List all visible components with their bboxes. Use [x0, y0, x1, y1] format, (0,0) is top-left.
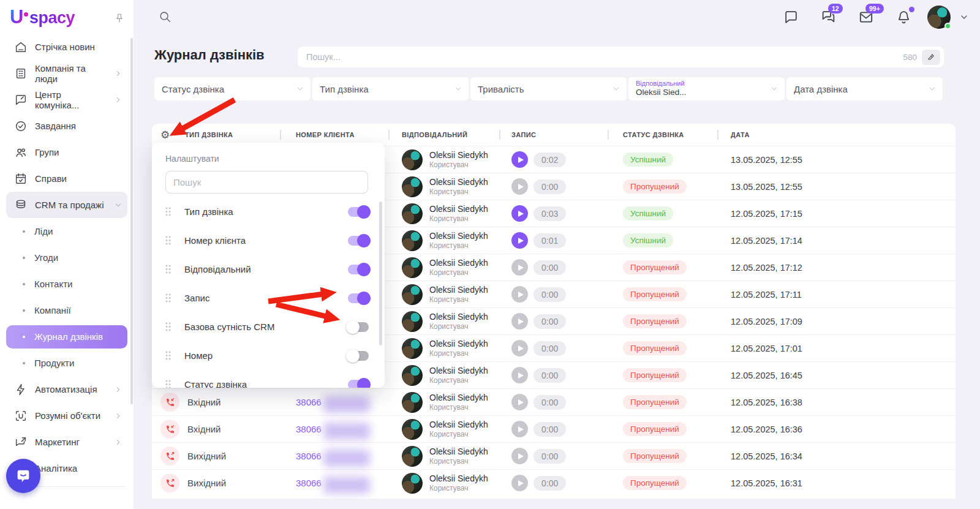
column-toggle-switch[interactable]	[348, 236, 369, 246]
filter-3[interactable]: Відповідальний Oleksii Sied...	[628, 77, 785, 100]
sidebar-item-4[interactable]: Групи	[6, 139, 127, 165]
sidebar-item-2[interactable]: Центр комуніка...	[6, 86, 127, 113]
filter-label: Відповідальний	[636, 80, 687, 88]
sidebar-subitem-11[interactable]: Журнал дзвінків	[6, 325, 127, 349]
play-recording-button[interactable]	[511, 340, 528, 356]
bell-icon[interactable]	[896, 9, 911, 25]
column-header-4[interactable]: СТАТУС ДЗВІНКА	[608, 124, 717, 146]
responsible-role: Користувач	[429, 214, 488, 224]
play-recording-button[interactable]	[511, 286, 528, 303]
column-toggle-switch[interactable]	[348, 351, 369, 361]
client-number-link[interactable]: 38066	[296, 451, 322, 461]
table-row[interactable]: Вихідний 38066 Oleksii Siedykh Користува…	[152, 469, 956, 496]
mail-icon[interactable]: 99+	[858, 9, 874, 25]
sidebar-item-15[interactable]: Маркетинг	[6, 429, 127, 455]
sidebar-item-label: Справи	[35, 173, 67, 184]
user-avatar[interactable]	[927, 6, 951, 29]
sidebar-item-14[interactable]: Розумні об'єкти	[6, 402, 127, 429]
chats-icon[interactable]: 12	[821, 9, 836, 25]
play-recording-button[interactable]	[511, 367, 528, 383]
play-recording-button[interactable]	[511, 421, 528, 437]
sidebar-item-6[interactable]: CRM та продажі	[6, 192, 127, 218]
sidebar-subitem-7[interactable]: Ліди	[6, 218, 127, 244]
column-toggle-switch[interactable]	[348, 322, 369, 332]
call-date: 12.05.2025, 17:12	[731, 263, 802, 273]
drag-handle-icon[interactable]	[165, 265, 171, 274]
drag-handle-icon[interactable]	[165, 322, 171, 331]
comment-icon[interactable]	[783, 9, 799, 25]
sidebar-subitem-label: Контакти	[34, 279, 72, 289]
sidebar-subitem-12[interactable]: Продукти	[6, 350, 127, 376]
global-search-icon[interactable]	[158, 10, 172, 23]
sidebar-item-13[interactable]: Автоматизація	[6, 376, 127, 402]
redacted-number-blur	[323, 477, 370, 494]
sidebar-item-1[interactable]: Компанія та люди	[6, 60, 127, 86]
chevron-right-icon	[114, 412, 123, 420]
table-row[interactable]: Вихідний 38066 Oleksii Siedykh Користува…	[152, 442, 956, 469]
filter-1[interactable]: Тип дзвінка	[312, 77, 469, 100]
column-toggle-label: Відповідальний	[184, 264, 251, 274]
call-date: 12.05.2025, 17:09	[731, 317, 802, 326]
crm-icon	[14, 198, 28, 212]
drag-handle-icon[interactable]	[165, 293, 171, 303]
pin-sidebar-icon[interactable]	[114, 13, 125, 24]
clear-filters-button[interactable]	[922, 50, 940, 65]
filter-0[interactable]: Статус дзвінка	[154, 77, 311, 100]
profile-chevron-down-icon[interactable]	[959, 12, 969, 22]
filter-2[interactable]: Тривалість	[470, 77, 627, 100]
sidebar-scrollbar[interactable]	[130, 38, 133, 404]
column-header-5[interactable]: ДАТА	[717, 124, 956, 146]
filter-4[interactable]: Дата дзвінка	[786, 77, 943, 100]
drag-handle-icon[interactable]	[165, 351, 171, 360]
support-chat-button[interactable]	[6, 459, 40, 493]
chevron-down-icon	[612, 85, 620, 93]
play-recording-button[interactable]	[511, 448, 528, 464]
outgoing-call-icon	[160, 473, 179, 492]
client-number-link[interactable]: 38066	[296, 397, 322, 407]
client-number-link[interactable]: 38066	[296, 424, 322, 434]
call-date: 12.05.2025, 16:36	[731, 424, 802, 434]
play-recording-button[interactable]	[511, 232, 528, 249]
column-toggle-label: Номер клієнта	[184, 235, 246, 246]
drag-handle-icon[interactable]	[165, 236, 171, 245]
table-row[interactable]: Вхідний 38066 Oleksii Siedykh Користувач…	[152, 388, 956, 415]
call-duration: 0:00	[533, 449, 566, 464]
home-icon	[14, 40, 28, 54]
play-recording-button[interactable]	[511, 313, 528, 330]
popover-search-input[interactable]	[165, 171, 368, 194]
column-toggle-switch[interactable]	[348, 380, 369, 388]
search-input[interactable]	[305, 51, 903, 62]
column-settings-gear-icon[interactable]: ⚙	[160, 129, 170, 141]
sidebar-item-0[interactable]: Стрічка новин	[6, 34, 127, 60]
column-toggle-switch[interactable]	[348, 293, 369, 303]
popover-scrollbar[interactable]	[379, 202, 382, 345]
client-number-link[interactable]: 38066	[296, 478, 322, 488]
play-recording-button[interactable]	[511, 475, 528, 491]
responsible-avatar	[402, 311, 423, 332]
call-date: 12.05.2025, 16:34	[731, 451, 802, 461]
sidebar-item-3[interactable]: Завдання	[6, 113, 127, 139]
column-toggle-switch[interactable]	[348, 265, 369, 274]
responsible-role: Користувач	[429, 295, 488, 305]
play-recording-button[interactable]	[511, 205, 528, 222]
play-recording-button[interactable]	[511, 259, 528, 276]
sidebar-subitem-label: Ліди	[34, 226, 53, 236]
table-row[interactable]: Вхідний 38066 Oleksii Siedykh Користувач…	[152, 415, 956, 442]
play-recording-button[interactable]	[511, 178, 528, 195]
sidebar-subitem-10[interactable]: Компанії	[6, 297, 127, 323]
drag-handle-icon[interactable]	[165, 380, 171, 388]
call-duration: 0:00	[533, 422, 566, 437]
column-toggle-switch[interactable]	[348, 207, 369, 217]
responsible-name: Oleksii Siedykh	[429, 365, 488, 376]
play-recording-button[interactable]	[511, 394, 528, 410]
sidebar-item-label: Маркетинг	[35, 437, 80, 447]
play-recording-button[interactable]	[511, 151, 528, 168]
sidebar-subitem-9[interactable]: Контакти	[6, 271, 127, 297]
sidebar-subitem-8[interactable]: Угоди	[6, 244, 127, 271]
uspacy-logo[interactable]: U spacy	[10, 9, 75, 28]
call-duration: 0:03	[533, 206, 566, 221]
sidebar-item-5[interactable]: Справи	[6, 165, 127, 192]
column-header-2[interactable]: ВІДПОВІДАЛЬНИЙ	[388, 124, 499, 146]
column-header-3[interactable]: ЗАПИС	[499, 124, 608, 146]
drag-handle-icon[interactable]	[165, 207, 171, 216]
